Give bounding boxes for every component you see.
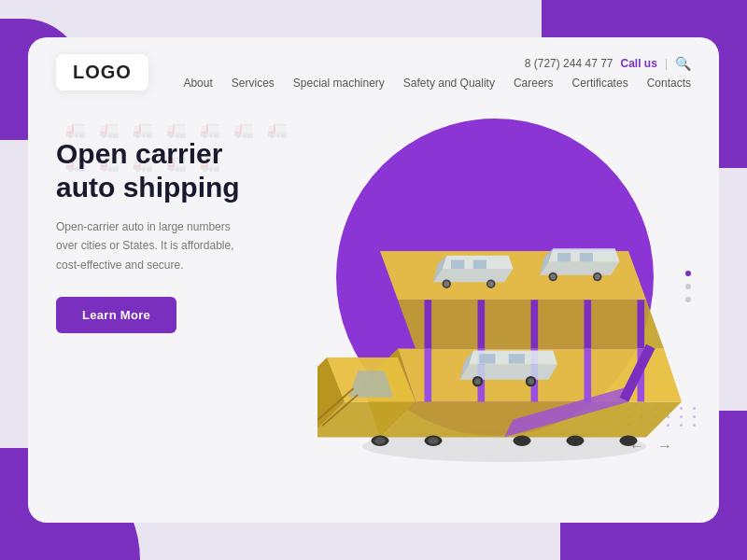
deco-truck: 🚛: [99, 119, 120, 139]
contact-row: 8 (727) 244 47 77 Call us | 🔍: [525, 56, 691, 71]
hero-description: Open-carrier auto in large numbers over …: [56, 217, 243, 274]
svg-rect-4: [585, 300, 592, 348]
learn-more-button[interactable]: Learn More: [56, 297, 176, 333]
svg-point-28: [528, 378, 534, 385]
svg-point-20: [550, 274, 556, 280]
pagination-dot-1[interactable]: [685, 271, 691, 276]
svg-rect-2: [478, 300, 486, 348]
nav-certificates[interactable]: Certificates: [572, 77, 628, 90]
call-us-link[interactable]: Call us: [621, 57, 657, 70]
hero-title: Open carrierauto shipping: [56, 137, 317, 204]
nav-about[interactable]: About: [183, 77, 212, 90]
right-section: [317, 109, 691, 464]
svg-point-26: [474, 378, 481, 385]
divider: |: [665, 57, 668, 70]
pagination-dot-2[interactable]: [685, 284, 691, 289]
nav-contacts[interactable]: Contacts: [647, 77, 691, 90]
nav-special-machinery[interactable]: Special machinery: [293, 77, 385, 90]
logo: LOGO: [56, 54, 148, 91]
pagination-dots: [685, 271, 691, 302]
svg-rect-9: [585, 349, 592, 402]
arrow-navigation: ← →: [629, 438, 672, 455]
dot-grid-item: [693, 424, 696, 427]
svg-point-16: [488, 281, 494, 287]
pagination-dot-3[interactable]: [685, 297, 691, 302]
header: LOGO 8 (727) 244 47 77 Call us | 🔍 About…: [28, 37, 719, 91]
deco-truck: 🚛: [233, 119, 254, 139]
deco-truck: 🚛: [267, 119, 288, 139]
svg-rect-11: [451, 260, 464, 270]
svg-point-34: [428, 438, 438, 445]
svg-rect-5: [638, 300, 645, 348]
svg-point-32: [374, 438, 385, 445]
deco-truck: 🚛: [133, 119, 153, 139]
svg-rect-3: [531, 300, 539, 348]
prev-arrow-button[interactable]: ←: [629, 438, 644, 455]
svg-point-35: [514, 436, 531, 446]
deco-truck: 🚛: [166, 119, 187, 139]
header-right: 8 (727) 244 47 77 Call us | 🔍 About Serv…: [183, 56, 691, 90]
svg-rect-12: [473, 260, 486, 270]
svg-point-22: [595, 274, 600, 280]
truck-illustration: [317, 109, 691, 464]
search-icon[interactable]: 🔍: [675, 56, 691, 71]
svg-rect-24: [509, 354, 525, 363]
svg-rect-23: [479, 354, 495, 363]
svg-point-36: [567, 436, 585, 446]
phone-number: 8 (727) 244 47 77: [525, 57, 613, 70]
nav-services[interactable]: Services: [232, 77, 275, 90]
svg-rect-18: [580, 253, 593, 262]
main-card: LOGO 8 (727) 244 47 77 Call us | 🔍 About…: [28, 37, 719, 523]
deco-truck: 🚛: [200, 119, 220, 139]
nav-row: About Services Special machinery Safety …: [183, 77, 691, 90]
deco-truck: 🚛: [65, 119, 86, 139]
next-arrow-button[interactable]: →: [657, 438, 672, 455]
left-section: 🚛 🚛 🚛 🚛 🚛 🚛 🚛 🚛 🚛 🚛 🚛 🚛 Open carrierauto…: [56, 109, 317, 464]
nav-safety-quality[interactable]: Safety and Quality: [403, 77, 495, 90]
nav-careers[interactable]: Careers: [514, 77, 554, 90]
dot-grid-item: [693, 415, 696, 418]
main-content: 🚛 🚛 🚛 🚛 🚛 🚛 🚛 🚛 🚛 🚛 🚛 🚛 Open carrierauto…: [28, 91, 719, 483]
svg-point-14: [444, 281, 449, 287]
svg-rect-17: [557, 253, 571, 262]
svg-rect-6: [425, 349, 432, 402]
svg-rect-1: [425, 300, 432, 348]
dot-grid-item: [693, 407, 696, 410]
